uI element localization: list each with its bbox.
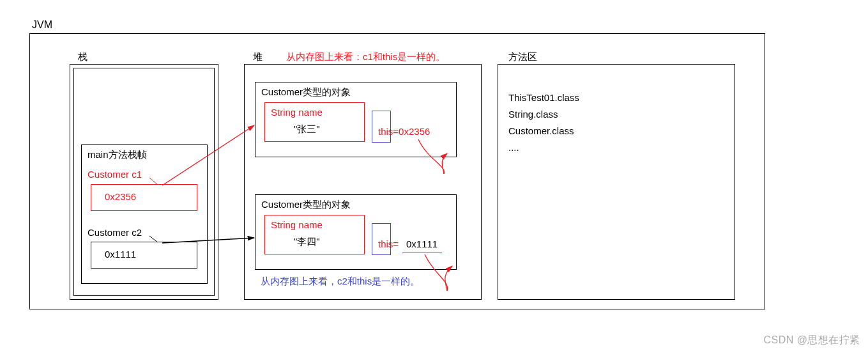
obj2-field-label: String name (271, 219, 323, 230)
jvm-title: JVM (32, 19, 52, 31)
obj1-field-label: String name (271, 107, 323, 118)
obj1-field-value: "张三" (294, 123, 320, 136)
obj2-title: Customer类型的对象 (261, 199, 351, 211)
obj2-field-value: "李四" (294, 236, 320, 248)
obj2-this-addr: 0x1111 (406, 238, 438, 249)
obj1-title: Customer类型的对象 (261, 86, 351, 98)
heap-note-bottom: 从内存图上来看，c2和this是一样的。 (261, 275, 446, 288)
heap-note-top: 从内存图上来看：c1和this是一样的。 (286, 51, 445, 63)
obj1-this: this=0x2356 (378, 126, 430, 137)
c2-decl: Customer c2 (88, 227, 142, 238)
ma-line1: ThisTest01.class (508, 92, 579, 103)
c1-decl: Customer c1 (88, 169, 142, 180)
stack-label: 栈 (78, 51, 88, 63)
ma-line2: String.class (508, 109, 558, 120)
watermark: CSDN @思想在拧紧 (763, 334, 860, 347)
c1-addr: 0x2356 (105, 191, 136, 202)
ma-line3: Customer.class (508, 125, 574, 136)
diagram-canvas: { "title": "JVM", "stack": { "label": "栈… (0, 0, 868, 351)
c2-addr: 0x1111 (105, 249, 136, 260)
heap-label: 堆 (253, 51, 263, 63)
ma-line4: .... (508, 142, 519, 153)
stack-frame-title: main方法栈帧 (88, 149, 147, 161)
obj2-this-label: this= (378, 238, 399, 249)
obj2-addr-underline (402, 253, 442, 253)
method-area-label: 方法区 (508, 51, 537, 63)
